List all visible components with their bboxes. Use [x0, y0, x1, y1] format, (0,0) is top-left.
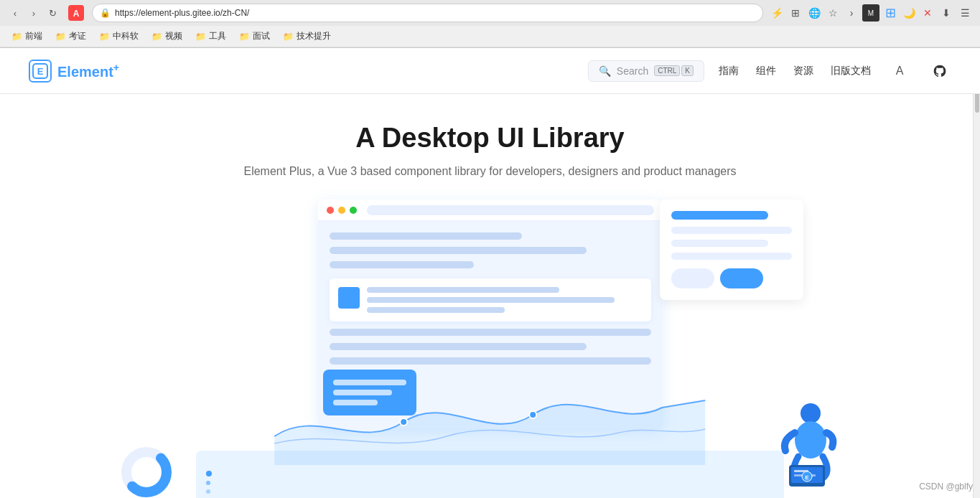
translate-btn[interactable]: A [888, 60, 911, 83]
folder-icon: 📁 [195, 32, 206, 42]
ctrl-key: CTRL [654, 65, 680, 76]
top-navbar: E Element+ 🔍 Search CTRL K 指南 组件 资源 旧版文档… [0, 48, 980, 94]
browser-titlebar: ‹ › ↻ A 🔒 https://element-plus.gitee.io/… [0, 0, 980, 26]
lightning-btn[interactable]: ⚡ [769, 5, 785, 21]
k-key: K [681, 65, 694, 76]
svg-point-9 [795, 421, 826, 459]
bookmark-label: 工具 [209, 30, 226, 42]
search-button[interactable]: 🔍 Search CTRL K [588, 60, 704, 82]
bookmark-video[interactable]: 📁 视频 [147, 29, 187, 44]
bookmark-label: 技术提升 [297, 30, 331, 42]
mockup-card [330, 278, 651, 321]
refresh-button[interactable]: ↻ [45, 5, 60, 21]
search-shortcut: CTRL K [654, 65, 694, 76]
folder-icon: 📁 [283, 32, 294, 42]
logo-box: E [29, 60, 52, 83]
bookmark-mianshi[interactable]: 📁 面试 [235, 29, 274, 44]
github-btn[interactable] [928, 60, 951, 83]
illustration-area: E [0, 199, 980, 498]
traffic-dot-green [350, 207, 357, 214]
bookmark-qianduan[interactable]: 📁 前端 [7, 29, 47, 44]
logo-area[interactable]: E Element+ [29, 60, 119, 83]
nav-old-docs[interactable]: 旧版文档 [831, 65, 871, 77]
person-svg: E [771, 400, 843, 494]
browser-nav-buttons: ‹ › ↻ [7, 5, 60, 21]
card-line-1 [367, 287, 560, 293]
donut-chart [118, 443, 175, 498]
bookmarks-bar: 📁 前端 📁 考证 📁 中科软 📁 视频 📁 工具 📁 面试 📁 技术提升 [0, 26, 980, 47]
menu-btn[interactable]: ☰ [957, 5, 973, 21]
search-icon: 🔍 [599, 65, 611, 77]
github-icon [933, 64, 947, 78]
mockup-row-1 [330, 232, 523, 240]
hero-title: A Desktop UI Library [14, 123, 966, 154]
card-row-2 [671, 240, 767, 247]
nav-guide[interactable]: 指南 [719, 65, 739, 77]
bookmark-label: 考证 [69, 30, 86, 42]
traffic-dot-red [327, 207, 334, 214]
back-button[interactable]: ‹ [7, 5, 23, 21]
hero-subtitle: Element Plus, a Vue 3 based component li… [14, 165, 966, 178]
bookmark-label: 前端 [25, 30, 42, 42]
card-line-3 [367, 307, 505, 313]
bookmark-tools[interactable]: 📁 工具 [191, 29, 230, 44]
folder-icon: 📁 [11, 32, 22, 42]
card-line-2 [367, 297, 615, 303]
bookmark-label: 视频 [165, 30, 182, 42]
floating-card-rows [671, 227, 792, 260]
bookmark-zhongkeru[interactable]: 📁 中科软 [95, 29, 143, 44]
url-bar[interactable]: 🔒 https://element-plus.gitee.io/zh-CN/ [92, 4, 763, 22]
watermark: CSDN @gblfy [919, 481, 973, 492]
ext1-btn[interactable]: M [862, 4, 879, 22]
primary-button [720, 268, 763, 288]
mockup-row-5 [330, 343, 587, 350]
hero-section: A Desktop UI Library Element Plus, a Vue… [0, 94, 980, 178]
floating-card [660, 199, 803, 300]
mockup-url-bar [367, 205, 654, 215]
folder-icon: 📁 [151, 32, 162, 42]
person-figure: E [771, 400, 843, 494]
floating-card-buttons [671, 268, 792, 288]
logo-text: Element+ [57, 62, 119, 80]
ghost-button [671, 268, 714, 288]
mockup-card-lines [367, 287, 643, 313]
folder-icon: 📁 [55, 32, 66, 42]
night-btn[interactable]: 🌙 [901, 5, 917, 21]
scrollbar[interactable] [973, 48, 980, 498]
lock-icon: 🔒 [100, 8, 111, 18]
svg-text:A: A [73, 9, 80, 19]
forward-button[interactable]: › [26, 5, 42, 21]
nav-resources[interactable]: 资源 [793, 65, 813, 77]
favicon: A [66, 3, 86, 23]
apps-btn[interactable]: ⊞ [788, 5, 803, 21]
ext2-btn[interactable]: ⊞ [882, 5, 898, 21]
floating-card-bar [671, 211, 767, 220]
svg-point-5 [530, 411, 537, 418]
mockup-row-4 [330, 329, 651, 336]
bookmark-label: 中科软 [113, 30, 139, 42]
browser-chrome: ‹ › ↻ A 🔒 https://element-plus.gitee.io/… [0, 0, 980, 48]
chevron-btn[interactable]: › [844, 5, 859, 21]
bookmark-jishu[interactable]: 📁 技术提升 [279, 29, 335, 44]
nav-components[interactable]: 组件 [756, 65, 776, 77]
donut-dots [206, 471, 212, 494]
donut-svg [118, 443, 175, 498]
translate-btn[interactable]: 🌐 [806, 5, 822, 21]
card-row-3 [671, 253, 792, 260]
traffic-dot-yellow [338, 207, 345, 214]
download-btn[interactable]: ⬇ [938, 5, 954, 21]
mockup-card-icon [338, 287, 360, 309]
card-row-1 [671, 227, 792, 234]
mockup-row-2 [330, 247, 587, 254]
translate-icon: A [896, 65, 904, 77]
mockup-titlebar [318, 199, 663, 221]
svg-text:E: E [805, 474, 809, 481]
bookmark-kaozhen[interactable]: 📁 考证 [51, 29, 90, 44]
folder-icon: 📁 [99, 32, 110, 42]
chart-area [245, 350, 735, 465]
browser-action-buttons: ⚡ ⊞ 🌐 ☆ › M ⊞ 🌙 ✕ ⬇ ☰ [769, 4, 973, 22]
mockup-row-3 [330, 261, 475, 268]
star-btn[interactable]: ☆ [825, 5, 841, 21]
dot-1 [206, 471, 212, 476]
ext3-btn[interactable]: ✕ [920, 5, 935, 21]
